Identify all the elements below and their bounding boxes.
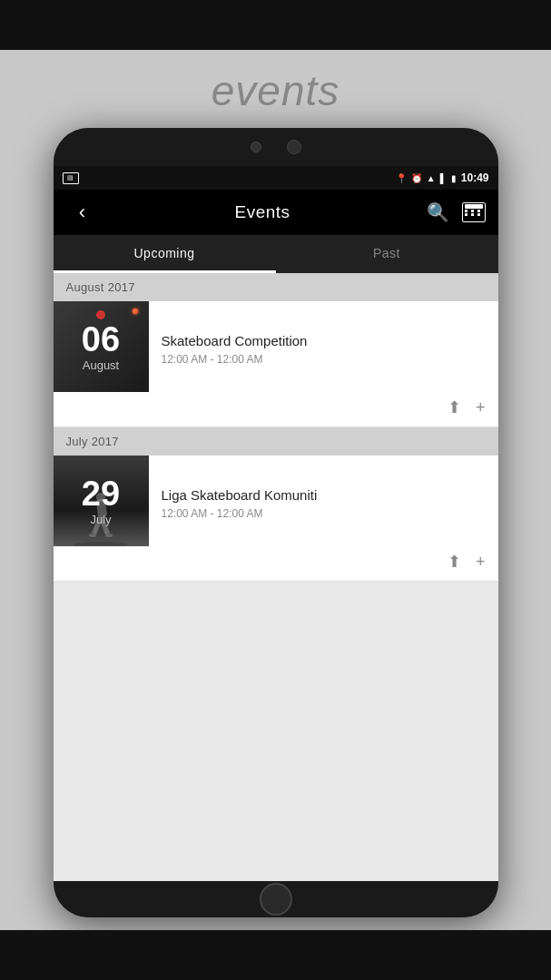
header-icons: 🔍 <box>427 201 486 223</box>
tab-upcoming[interactable]: Upcoming <box>54 235 276 273</box>
event-card-inner-july: 29 July Liga Skateboard Komuniti 12:00 A… <box>54 456 498 546</box>
home-button[interactable] <box>260 883 292 916</box>
content-area: August 2017 06 August <box>54 273 498 881</box>
bottom-black-bar <box>0 930 551 980</box>
event-actions-august: ⬆ + <box>54 392 498 426</box>
event-date-number-july: 29 <box>82 476 120 511</box>
event-name-july: Liga Skateboard Komuniti <box>162 487 487 503</box>
event-thumbnail-july: 29 July <box>54 456 149 546</box>
status-right-icons: 📍 ⏰ ▲ ▌ ▮ 10:49 <box>396 172 489 184</box>
location-icon: 📍 <box>396 173 407 183</box>
event-info-july: Liga Skateboard Komuniti 12:00 AM - 12:0… <box>149 456 498 546</box>
phone-shell: ▤ 📍 ⏰ ▲ ▌ ▮ 10:49 ‹ Events 🔍 <box>54 128 498 917</box>
event-badge <box>96 310 105 319</box>
signal-icon: ▌ <box>440 173 447 183</box>
phone-speaker <box>287 140 301 154</box>
event-name-august: Skateboard Competition <box>162 333 487 348</box>
battery-icon: ▮ <box>451 173 457 183</box>
phone-camera <box>251 142 261 152</box>
cal-dot-1 <box>465 210 467 212</box>
cal-dot-3 <box>477 210 480 212</box>
event-date-month: August <box>83 358 119 372</box>
month-header-july: July 2017 <box>54 427 498 456</box>
event-actions-july: ⬆ + <box>54 546 498 581</box>
month-header-august: August 2017 <box>54 273 498 301</box>
app-header: ‹ Events 🔍 <box>54 190 498 235</box>
wifi-icon: ▲ <box>427 173 436 183</box>
thumb-overlay-july: 29 July <box>54 456 149 546</box>
screen: ▤ 📍 ⏰ ▲ ▌ ▮ 10:49 ‹ Events 🔍 <box>54 166 498 881</box>
cal-dot-4 <box>465 213 467 216</box>
share-button-august[interactable]: ⬆ <box>448 397 461 417</box>
cal-dot-6 <box>477 213 480 216</box>
back-button[interactable]: ‹ <box>66 201 99 224</box>
event-time-july: 12:00 AM - 12:00 AM <box>162 507 487 520</box>
status-left-icons: ▤ <box>63 172 79 184</box>
outer-background: events ▤ 📍 ⏰ ▲ ▌ ▮ 10:49 <box>0 0 551 980</box>
add-button-august[interactable]: + <box>476 398 486 417</box>
page-title: events <box>212 67 340 114</box>
alarm-icon: ⏰ <box>411 173 422 183</box>
event-thumbnail-august: 06 August <box>54 301 149 392</box>
thumb-overlay: 06 August <box>54 301 149 392</box>
phone-top <box>54 128 498 166</box>
search-button[interactable]: 🔍 <box>427 201 449 223</box>
calendar-grid <box>465 210 483 216</box>
cal-dot-2 <box>471 210 474 212</box>
event-time-august: 12:00 AM - 12:00 AM <box>162 353 487 366</box>
header-title: Events <box>234 202 290 222</box>
event-card-liga-skateboard: 29 July Liga Skateboard Komuniti 12:00 A… <box>54 456 498 582</box>
top-black-bar <box>0 0 551 50</box>
page-title-area: events <box>0 50 551 128</box>
tab-past[interactable]: Past <box>276 235 498 273</box>
calendar-top <box>465 204 483 209</box>
calendar-button[interactable] <box>462 202 486 222</box>
add-button-july[interactable]: + <box>476 553 486 572</box>
status-image-icon: ▤ <box>63 172 79 184</box>
event-date-month-july: July <box>90 513 111 526</box>
event-card-skateboard-competition: 06 August Skateboard Competition 12:00 A… <box>54 301 498 427</box>
event-info-august: Skateboard Competition 12:00 AM - 12:00 … <box>149 301 498 392</box>
tabs-bar: Upcoming Past <box>54 235 498 273</box>
share-button-july[interactable]: ⬆ <box>448 552 461 572</box>
event-date-number: 06 <box>82 322 120 357</box>
phone-bottom <box>54 881 498 917</box>
event-card-inner: 06 August Skateboard Competition 12:00 A… <box>54 301 498 392</box>
status-time: 10:49 <box>461 172 489 184</box>
cal-dot-5 <box>471 213 474 216</box>
status-bar: ▤ 📍 ⏰ ▲ ▌ ▮ 10:49 <box>54 166 498 190</box>
